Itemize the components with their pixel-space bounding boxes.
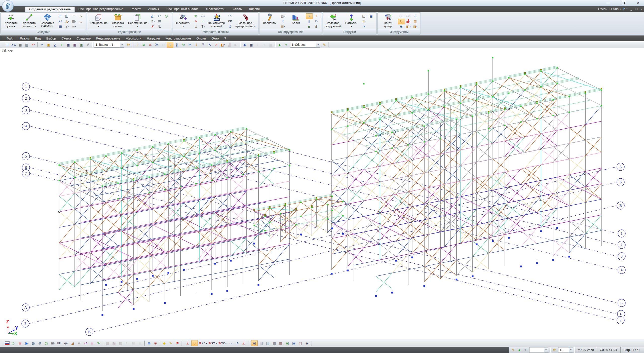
- status-variant-combo[interactable]: 1.▼: [558, 347, 573, 353]
- frame-generator-icon[interactable]: ⊞▾: [57, 13, 64, 19]
- ribbon-close-icon[interactable]: x: [641, 8, 642, 11]
- tabrow-menu-style[interactable]: Стиль: [598, 7, 607, 11]
- copy-frame-icon[interactable]: ▣: [248, 42, 254, 48]
- recycle-icon[interactable]: ↻: [180, 42, 186, 48]
- arc-generator-icon[interactable]: ◡: [78, 19, 84, 24]
- add-element-button[interactable]: Добавитьэлемент ▾: [20, 13, 38, 28]
- down-icon[interactable]: ▼: [522, 347, 528, 352]
- tabrow-menu-window[interactable]: Окно: [611, 7, 619, 11]
- cut-loads-icon[interactable]: ✂: [361, 24, 368, 29]
- minimize-button[interactable]: [605, 1, 611, 5]
- select-zoom-icon[interactable]: ◎: [163, 13, 170, 19]
- numbering-icon[interactable]: 1.2▾: [405, 13, 412, 19]
- ribbon-restore-icon[interactable]: ❑: [635, 7, 638, 11]
- view-plan-icon[interactable]: ▢: [297, 340, 304, 346]
- pen-circle-icon[interactable]: ⊘▾: [63, 340, 69, 346]
- wrench-icon[interactable]: ✐: [85, 42, 91, 48]
- truss-generator-icon[interactable]: ∧∧: [57, 19, 64, 24]
- stiffness-button[interactable]: EIЖесткости▾: [174, 13, 192, 28]
- view-top-icon[interactable]: ▣: [284, 340, 290, 346]
- add-node-button[interactable]: X,Y,ZДобавитьузел ▾: [2, 13, 20, 28]
- view-front-icon[interactable]: ▤: [258, 340, 264, 346]
- chevron-down-icon[interactable]: ▼: [120, 42, 124, 47]
- pack-icon[interactable]: ▣: [46, 42, 52, 48]
- loads-button[interactable]: Нагрузки▾: [343, 13, 360, 28]
- tab-create-edit[interactable]: Создание и редактирование: [25, 7, 75, 12]
- flag-icon[interactable]: ⚑: [174, 340, 180, 346]
- stamp-generator-icon[interactable]: ∴: [78, 13, 84, 19]
- measure-icon[interactable]: ▭▾: [398, 13, 404, 19]
- diagram-icon[interactable]: ▟▾: [405, 19, 412, 24]
- cone-axes-icon[interactable]: ◮▾: [64, 19, 70, 24]
- rotate-faded-icon[interactable]: ↻: [124, 340, 130, 346]
- pack-scheme-button[interactable]: Упаковкасхемы: [109, 13, 127, 28]
- support-icon[interactable]: ⊥: [134, 42, 140, 48]
- loadcase-combo[interactable]: 1. Сб. вес▼: [290, 42, 320, 48]
- spring-green-icon[interactable]: ≋: [141, 42, 147, 48]
- edit-loads-icon[interactable]: ✎: [510, 347, 516, 352]
- axes-icon[interactable]: ∠: [185, 340, 191, 346]
- model-zoom-icon[interactable]: ◉: [398, 24, 404, 29]
- menu-item-6[interactable]: Редактирование: [93, 37, 123, 40]
- add-node-icon[interactable]: +: [59, 42, 65, 48]
- ribbon-minimize-icon[interactable]: _: [631, 8, 632, 11]
- mesh-faded-icon[interactable]: ▦: [268, 42, 274, 48]
- proj-xz-button[interactable]: ⇅XZ▾: [198, 340, 208, 346]
- rigid-icon[interactable]: ∾: [160, 42, 166, 48]
- chevron-down-icon[interactable]: ▼: [544, 347, 548, 352]
- edit-loadcase-icon[interactable]: ✎: [321, 42, 327, 48]
- wheel-view-icon[interactable]: ◎: [43, 340, 49, 346]
- stiffness-icon[interactable]: Ж: [154, 42, 160, 48]
- frame-pink-icon[interactable]: ⊞: [89, 340, 95, 346]
- cylinder-view-icon[interactable]: ◍: [30, 340, 36, 346]
- cylinder-icon[interactable]: ▥: [24, 42, 30, 48]
- axes-red-icon[interactable]: ∠: [241, 340, 247, 346]
- menubar-grip[interactable]: [1, 36, 3, 41]
- variants-button[interactable]: Варианты: [261, 13, 279, 25]
- package-down-icon[interactable]: ⇓: [194, 42, 200, 48]
- up-icon[interactable]: ▲: [516, 347, 522, 352]
- proj-yz-button[interactable]: ⇅YZ▾: [218, 340, 228, 346]
- copy-loads-icon[interactable]: ▣: [368, 13, 374, 19]
- blocks-button[interactable]: Блоки: [287, 13, 305, 25]
- menu-item-0[interactable]: Файл: [4, 37, 17, 40]
- wheel-icon[interactable]: ◆: [242, 42, 248, 48]
- level-up-icon[interactable]: ▲: [277, 42, 283, 48]
- tab-r5[interactable]: Железобетон: [202, 7, 229, 12]
- status-empty-combo[interactable]: ▼: [529, 347, 548, 353]
- rotate-copy-icon[interactable]: ◭▾: [149, 13, 156, 19]
- restore-button[interactable]: [620, 1, 626, 5]
- mirror-icon[interactable]: ⊘▾: [149, 19, 156, 24]
- hammer-icon[interactable]: ⚒: [125, 42, 131, 48]
- add-line-icon[interactable]: +: [167, 42, 173, 48]
- tab-r4[interactable]: Расширенный анализ: [163, 7, 202, 12]
- scale-icon[interactable]: ⊡: [156, 19, 163, 24]
- dome-generator-icon[interactable]: ◠: [71, 13, 77, 19]
- truss-icon[interactable]: ∧∧: [11, 42, 17, 48]
- loadcase-editor-button[interactable]: №Редакторзагружений: [324, 13, 342, 28]
- ef-icon[interactable]: EF▾: [56, 340, 62, 346]
- copy-special-icon[interactable]: ▣: [72, 42, 78, 48]
- toolbar-grip[interactable]: [248, 341, 250, 345]
- zoom-delete-icon[interactable]: ⊗: [153, 340, 159, 346]
- tab-r6[interactable]: Сталь: [229, 7, 245, 12]
- toolbar-grip[interactable]: [1, 341, 3, 345]
- grid-view-icon[interactable]: ⊞▾: [50, 340, 56, 346]
- plus-minus-icon[interactable]: ±: [306, 24, 312, 29]
- menu-item-3[interactable]: Выбор: [44, 37, 59, 40]
- view-back-icon[interactable]: ▤: [265, 340, 271, 346]
- hatch-generator-icon[interactable]: ≋▾: [71, 24, 77, 29]
- distributed-load-icon[interactable]: ⇊▾: [361, 19, 368, 24]
- weight-load-icon[interactable]: ◱▾: [361, 13, 368, 19]
- axes-arc-icon[interactable]: ∪: [191, 340, 198, 346]
- spring-supports-icon[interactable]: ≋▾: [193, 13, 200, 19]
- menu-item-1[interactable]: Режим: [17, 37, 32, 40]
- view-left-icon[interactable]: ▥: [271, 340, 277, 346]
- cursor-icon[interactable]: ▶: [233, 42, 239, 48]
- t-node-icon[interactable]: Ŧ: [200, 42, 206, 48]
- model-viewport[interactable]: Сб. вес 1234567АБВАБВ1234567ZYX: [0, 48, 644, 339]
- package-icon[interactable]: ▥: [412, 19, 419, 24]
- elastic-base-icon[interactable]: ≋: [193, 19, 200, 24]
- cylinder-generator-icon[interactable]: ◫▾: [64, 13, 70, 19]
- create-in-sapfir-button[interactable]: Создать вСАПФИР: [39, 13, 56, 28]
